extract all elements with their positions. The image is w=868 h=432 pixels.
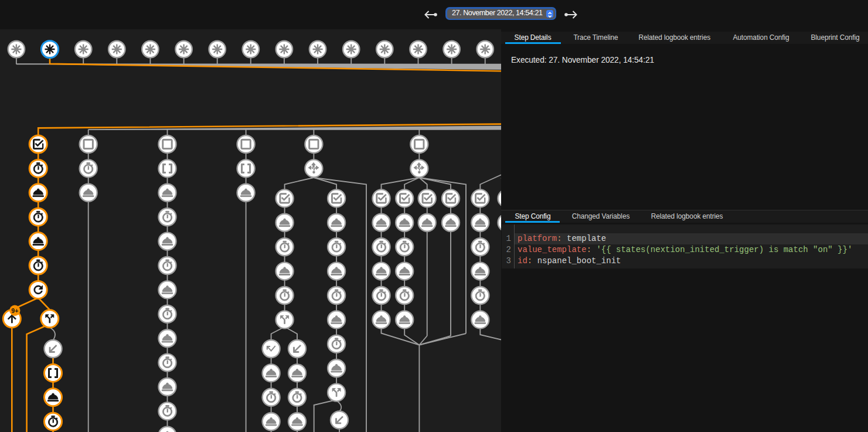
svg-text:9+: 9+ <box>11 307 18 314</box>
